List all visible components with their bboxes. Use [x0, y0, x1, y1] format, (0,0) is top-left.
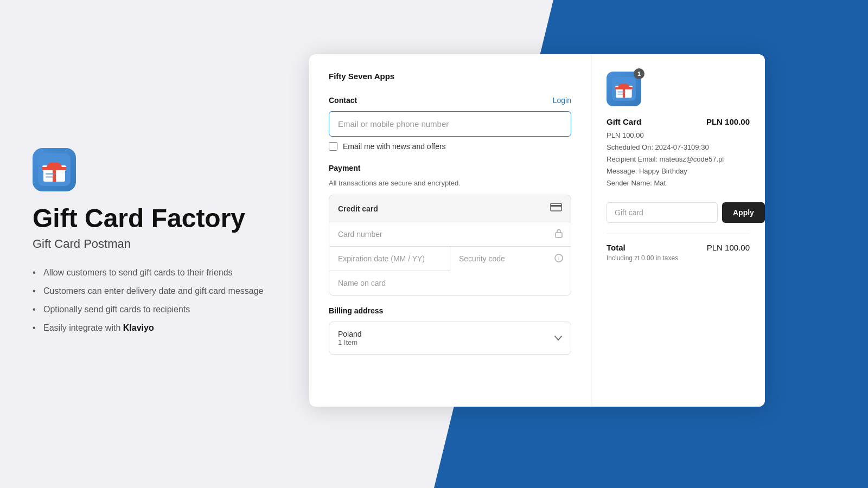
- lock-icon: [554, 228, 563, 240]
- svg-rect-18: [615, 87, 633, 89]
- newsletter-row: Email me with news and offers: [329, 142, 571, 151]
- meta-message: Message: Happy Birthday: [607, 165, 750, 177]
- billing-section: Billing address Poland 1 Item: [329, 306, 571, 355]
- total-amount: PLN 100.00: [707, 243, 750, 252]
- payment-header: Payment: [329, 164, 571, 172]
- meta-recipient: Recipient Email: mateusz@code57.pl: [607, 153, 750, 165]
- meta-amount: PLN 100.00: [607, 130, 750, 142]
- store-name: Fifty Seven Apps: [329, 72, 571, 81]
- svg-rect-10: [551, 205, 561, 207]
- svg-rect-9: [551, 203, 561, 211]
- card-number-wrapper: [329, 222, 571, 247]
- badge-count: 1: [634, 68, 644, 79]
- newsletter-checkbox[interactable]: [329, 142, 337, 151]
- card-number-input[interactable]: [329, 222, 571, 246]
- card-expiry-security-row: i: [329, 247, 571, 271]
- svg-rect-8: [46, 176, 53, 178]
- app-icon: [33, 148, 76, 191]
- product-meta: PLN 100.00 Scheduled On: 2024-07-3109:30…: [607, 130, 750, 189]
- form-section: Fifty Seven Apps Contact Login Email me …: [309, 54, 591, 407]
- divider: [607, 234, 750, 234]
- gift-card-input[interactable]: [607, 202, 718, 223]
- order-summary: 1 Gift Card PLN 100.00 PLN 100.00 Schedu…: [591, 54, 765, 407]
- svg-rect-22: [617, 94, 623, 95]
- name-on-card-input[interactable]: [329, 271, 571, 295]
- contact-header: Contact Login: [329, 96, 571, 105]
- billing-country-select[interactable]: Poland 1 Item: [329, 322, 571, 355]
- payment-note: All transactions are secure and encrypte…: [329, 179, 571, 187]
- apply-button[interactable]: Apply: [722, 202, 765, 223]
- total-value: 100.00: [725, 243, 750, 252]
- credit-card-fields: i: [329, 222, 571, 296]
- login-link[interactable]: Login: [553, 96, 571, 105]
- expiry-input[interactable]: [329, 247, 450, 271]
- chevron-down-icon: [554, 334, 562, 343]
- feature-item-4: Easily integrate with Klaviyo: [33, 322, 277, 335]
- gift-card-row: Apply: [607, 202, 750, 223]
- feature-item-2: Customers can enter delivery date and gi…: [33, 285, 277, 298]
- credit-card-icon: [550, 203, 562, 214]
- svg-rect-7: [46, 173, 56, 175]
- security-code-wrapper: i: [450, 247, 571, 271]
- feature-item-3: Optionally send gift cards to recipients: [33, 303, 277, 316]
- expiry-wrapper: [329, 247, 450, 271]
- feature-item-1: Allow customers to send gift cards to th…: [33, 266, 277, 279]
- name-on-card-wrapper: [329, 271, 571, 295]
- feature-list: Allow customers to send gift cards to th…: [33, 266, 277, 340]
- credit-card-label: Credit card: [338, 204, 378, 213]
- left-panel: Gift Card Factory Gift Card Postman Allo…: [0, 0, 309, 488]
- email-input[interactable]: [329, 111, 571, 137]
- app-title: Gift Card Factory: [33, 204, 277, 233]
- credit-card-header[interactable]: Credit card: [329, 195, 571, 222]
- contact-label: Contact: [329, 96, 357, 105]
- meta-scheduled: Scheduled On: 2024-07-3109:30: [607, 142, 750, 153]
- svg-text:i: i: [558, 256, 559, 261]
- product-name: Gift Card: [607, 117, 641, 126]
- security-code-input[interactable]: [450, 247, 571, 271]
- info-icon: i: [554, 254, 563, 265]
- svg-rect-11: [556, 233, 562, 237]
- meta-sender: Sender Name: Mat: [607, 177, 750, 189]
- billing-country: Poland: [338, 330, 362, 338]
- product-details: Gift Card PLN 100.00 PLN 100.00 Schedule…: [607, 117, 750, 189]
- payment-label: Payment: [329, 164, 360, 172]
- billing-label: Billing address: [329, 306, 383, 315]
- total-currency: PLN: [707, 243, 723, 252]
- billing-header: Billing address: [329, 306, 571, 315]
- checkout-card: Fifty Seven Apps Contact Login Email me …: [309, 54, 765, 407]
- total-label: Total: [607, 243, 626, 252]
- product-price: PLN 100.00: [706, 117, 750, 126]
- total-row: Total PLN 100.00: [607, 243, 750, 252]
- tax-note: Including zt 0.00 in taxes: [607, 254, 750, 262]
- app-subtitle: Gift Card Postman: [33, 237, 277, 251]
- svg-rect-21: [617, 91, 626, 92]
- svg-rect-4: [42, 167, 66, 170]
- billing-item-count: 1 Item: [338, 338, 362, 346]
- newsletter-label: Email me with news and offers: [343, 142, 446, 151]
- payment-section: Payment All transactions are secure and …: [329, 164, 571, 296]
- product-badge: 1: [607, 72, 641, 106]
